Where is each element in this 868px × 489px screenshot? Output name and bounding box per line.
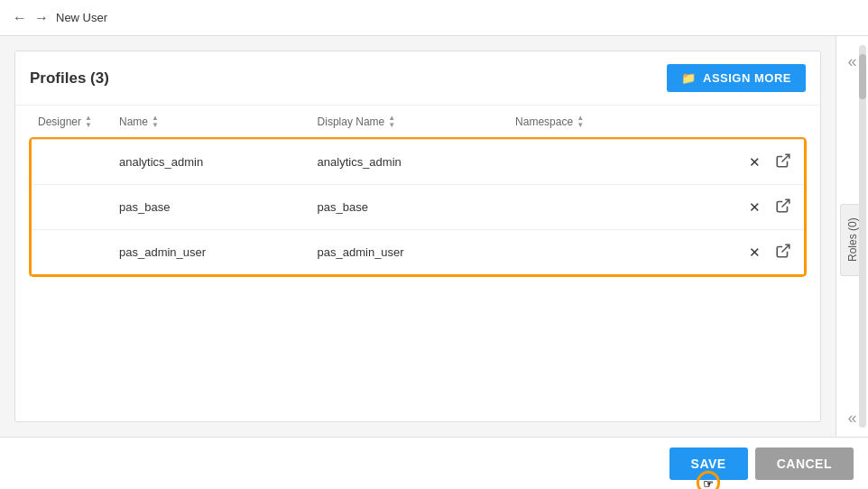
table-row: pas_base pas_base ✕ <box>31 185 805 230</box>
display-name-sort-icon: ▲▼ <box>388 115 395 129</box>
cell-actions-1: ✕ <box>670 139 805 185</box>
cursor-indicator: ☞ <box>696 470 721 490</box>
svg-line-2 <box>782 244 790 252</box>
cancel-button[interactable]: CANCEL <box>755 447 854 480</box>
folder-icon: 📁 <box>681 71 697 85</box>
cell-actions-2: ✕ <box>670 185 805 230</box>
designer-sort-icon: ▲▼ <box>85 115 92 129</box>
open-row-3-button[interactable] <box>770 241 797 263</box>
cell-actions-3: ✕ <box>670 230 805 276</box>
remove-row-2-button[interactable]: ✕ <box>743 198 766 217</box>
col-namespace[interactable]: Namespace ▲▼ <box>508 106 670 139</box>
cell-display-name-2: pas_base <box>310 185 509 230</box>
center-panel: Profiles (3) 📁 ASSIGN MORE Designer <box>0 36 836 437</box>
table-row: pas_admin_user pas_admin_user ✕ <box>31 230 805 276</box>
scrollbar-track <box>859 45 866 428</box>
save-button[interactable]: SAVE ☞ <box>669 447 748 480</box>
col-actions <box>670 106 805 139</box>
open-row-2-button[interactable] <box>770 196 797 218</box>
profiles-card: Profiles (3) 📁 ASSIGN MORE Designer <box>14 51 821 422</box>
cell-display-name-3: pas_admin_user <box>310 230 509 276</box>
remove-row-3-button[interactable]: ✕ <box>743 243 766 263</box>
scrollbar-thumb[interactable] <box>859 54 866 99</box>
top-nav-bar: ← → New User <box>0 0 868 36</box>
profiles-table: Designer ▲▼ Name ▲▼ <box>30 106 806 276</box>
sidebar-top-chevron[interactable]: « <box>847 43 856 80</box>
svg-text:☞: ☞ <box>703 476 715 489</box>
cell-namespace-2 <box>508 185 670 230</box>
cell-name-2: pas_base <box>112 185 310 230</box>
namespace-sort-icon: ▲▼ <box>577 115 584 129</box>
page-title: New User <box>56 11 107 24</box>
table-row: analytics_admin analytics_admin ✕ <box>31 139 805 185</box>
cell-designer-2 <box>31 185 112 230</box>
name-sort-icon: ▲▼ <box>152 115 159 129</box>
cell-name-3: pas_admin_user <box>112 230 310 276</box>
col-display-name[interactable]: Display Name ▲▼ <box>310 106 509 139</box>
forward-arrow[interactable]: → <box>34 10 49 26</box>
cell-name-1: analytics_admin <box>112 139 310 185</box>
remove-row-1-button[interactable]: ✕ <box>743 152 766 172</box>
table-container: Designer ▲▼ Name ▲▼ <box>15 106 820 421</box>
back-arrow[interactable]: ← <box>13 10 27 26</box>
assign-more-label: ASSIGN MORE <box>703 71 791 85</box>
svg-line-1 <box>782 199 790 207</box>
col-name[interactable]: Name ▲▼ <box>112 106 310 139</box>
cell-designer-3 <box>31 230 112 276</box>
bottom-action-bar: SAVE ☞ CANCEL <box>0 437 868 489</box>
sidebar-bottom-chevron[interactable]: « <box>847 400 856 437</box>
open-row-1-button[interactable] <box>770 151 797 173</box>
assign-more-button[interactable]: 📁 ASSIGN MORE <box>667 64 806 92</box>
main-area: Profiles (3) 📁 ASSIGN MORE Designer <box>0 36 868 437</box>
cell-namespace-1 <box>508 139 670 185</box>
svg-line-0 <box>782 154 790 161</box>
cell-designer-1 <box>31 139 112 185</box>
card-title: Profiles (3) <box>30 69 109 88</box>
card-header: Profiles (3) 📁 ASSIGN MORE <box>15 51 820 106</box>
col-designer[interactable]: Designer ▲▼ <box>31 106 112 139</box>
svg-point-3 <box>697 472 718 489</box>
cell-namespace-3 <box>508 230 670 276</box>
cell-display-name-1: analytics_admin <box>310 139 509 185</box>
right-sidebar: « Roles (0) « <box>836 36 868 437</box>
